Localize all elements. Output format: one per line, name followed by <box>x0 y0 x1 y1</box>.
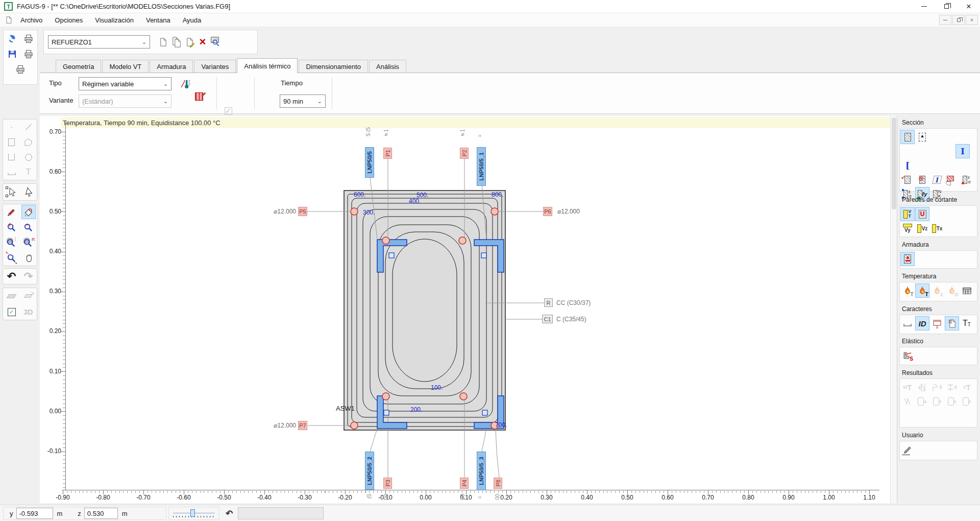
minimize-button[interactable] <box>913 0 935 13</box>
redo-icon[interactable]: ↷ <box>22 270 35 283</box>
section-ibeam-icon[interactable]: I <box>956 145 969 158</box>
print-icon[interactable] <box>22 32 35 45</box>
char-report-icon[interactable] <box>945 317 959 330</box>
slider-handle[interactable] <box>190 509 195 517</box>
tag-p7[interactable]: P7 <box>298 421 307 430</box>
zoom-window-icon[interactable]: ⋮ <box>5 236 18 249</box>
save-icon[interactable] <box>6 48 19 61</box>
restore-button[interactable] <box>935 0 958 13</box>
menu-opciones[interactable]: Opciones <box>48 13 89 27</box>
select-nodes-icon[interactable] <box>5 185 18 199</box>
tag-p1[interactable]: P1 <box>383 148 392 159</box>
zoom-previous-icon[interactable]: R <box>22 236 35 249</box>
scrollbar-thumb[interactable] <box>892 117 896 209</box>
zoom-in-icon[interactable]: + <box>5 221 18 234</box>
new-section-icon[interactable] <box>156 35 169 49</box>
tab-modelo-vt[interactable]: Modelo VT <box>102 60 149 73</box>
tab-armadura[interactable]: Armadura <box>150 60 193 73</box>
polygon-tool-icon[interactable] <box>22 135 35 149</box>
tag-lnp50-5-3[interactable]: LNP50/5_3 <box>477 452 486 490</box>
circle-tool-icon[interactable] <box>22 151 35 164</box>
section-hatch-icon[interactable] <box>901 130 914 144</box>
print-export-icon[interactable] <box>14 63 27 76</box>
tag-p6[interactable]: P6 <box>543 207 552 216</box>
tab-analisis[interactable]: Análisis <box>369 60 406 73</box>
menu-visualizacion[interactable]: Visualización <box>89 13 140 27</box>
char-id-icon[interactable]: ID <box>916 317 929 330</box>
section-channel-icon[interactable]: [ <box>901 159 914 172</box>
close-button[interactable]: × <box>958 0 980 13</box>
wall-vz-icon[interactable]: Vz <box>916 222 929 235</box>
z-coordinate-input[interactable]: 0.530 <box>84 508 118 519</box>
rebar-display-icon[interactable] <box>901 252 914 266</box>
edit-pencil-icon[interactable] <box>5 205 18 219</box>
mdi-close-button[interactable]: × <box>966 15 978 25</box>
rename-section-icon[interactable] <box>183 35 196 49</box>
canvas-vertical-scrollbar[interactable] <box>890 116 897 503</box>
wall-vt-icon[interactable]: VT <box>901 207 914 221</box>
temperature-table-icon[interactable] <box>960 284 973 297</box>
line-tool-icon[interactable] <box>22 121 35 134</box>
section-move-icon[interactable]: ↙ <box>901 173 914 186</box>
tag-lnp50-5[interactable]: LNP50/5 <box>365 147 374 178</box>
fire-temperature-icon[interactable]: T <box>916 284 929 297</box>
open-polygon-tool-icon[interactable] <box>5 151 18 164</box>
zoom-out-icon[interactable]: − <box>22 221 35 234</box>
menu-ventana[interactable]: Ventana <box>140 13 177 27</box>
three-d-view-icon[interactable]: 3D <box>22 305 35 319</box>
zoom-extents-icon[interactable]: ↖↘ <box>5 251 18 265</box>
tab-variantes[interactable]: Variantes <box>194 60 236 73</box>
tab-geometria[interactable]: Geometría <box>56 60 101 73</box>
thermal-curve-icon[interactable] <box>179 78 192 91</box>
tag-p2[interactable]: P2 <box>460 148 469 159</box>
undo-icon[interactable]: ↶ <box>5 270 18 283</box>
char-dimension-icon[interactable] <box>901 317 914 330</box>
tag-p8[interactable]: P8 <box>494 478 502 489</box>
text-tool-icon[interactable]: T <box>22 165 35 179</box>
browse-section-icon[interactable] <box>209 35 223 49</box>
wall-vy-icon[interactable]: Vy <box>901 222 914 235</box>
section-drawing[interactable] <box>40 116 890 503</box>
rectangle-tool-icon[interactable] <box>5 135 18 149</box>
point-tool-icon[interactable]: · <box>5 121 18 134</box>
y-coordinate-input[interactable]: -0.593 <box>16 508 53 519</box>
status-undo-icon[interactable]: ↶ <box>223 507 236 520</box>
wall-tx-icon[interactable]: Tx <box>930 222 944 235</box>
menu-ayuda[interactable]: Ayuda <box>177 13 208 27</box>
user-annotation-icon[interactable] <box>901 443 914 456</box>
delete-section-icon[interactable]: × <box>196 35 209 49</box>
fire-profile-icon[interactable]: T <box>901 284 914 297</box>
menu-archivo[interactable]: Archivo <box>14 13 48 27</box>
char-font-icon[interactable]: TT <box>960 317 973 330</box>
dimension-tool-icon[interactable] <box>5 165 18 179</box>
pan-hand-icon[interactable] <box>22 251 35 265</box>
drawing-canvas[interactable]: Temperatura, Tiempo 90 min, Equidistance… <box>40 116 890 503</box>
section-combobox[interactable]: REFUERZO1 ⌄ <box>48 35 150 49</box>
tag-lnp50-5-1[interactable]: LNP50/5_1 <box>477 147 486 186</box>
tag-lnp50-5-2[interactable]: LNP50/5_2 <box>365 452 374 490</box>
tag-p4[interactable]: P4 <box>460 478 469 489</box>
section-peel-icon[interactable] <box>945 173 959 186</box>
mdi-restore-button[interactable] <box>952 15 965 25</box>
mdi-minimize-button[interactable] <box>939 15 951 25</box>
variante-combobox[interactable]: (Estándar) ⌄ <box>79 94 172 108</box>
tag-p3[interactable]: P3 <box>383 478 392 489</box>
thermal-section-edit-icon[interactable] <box>194 91 207 104</box>
section-center-icon[interactable]: ⊕ <box>916 173 929 186</box>
display-options-icon[interactable]: ✓ <box>5 305 18 319</box>
tag-c1[interactable]: C1 <box>542 315 553 323</box>
print-page-icon[interactable] <box>22 48 35 61</box>
section-reference-icon[interactable]: ▲ <box>916 130 929 144</box>
wall-u-icon[interactable]: U <box>916 207 929 221</box>
tiempo-combobox[interactable]: 90 min ⌄ <box>280 94 326 108</box>
tag-r[interactable]: R <box>544 298 553 307</box>
copy-section-icon[interactable] <box>169 35 183 49</box>
char-section-dim-icon[interactable] <box>930 317 944 330</box>
elastic-section-icon[interactable]: S <box>901 349 914 362</box>
tab-dimensionamiento[interactable]: Dimensionamiento <box>299 60 368 73</box>
strain-stress-icon[interactable]: εσ <box>960 173 973 186</box>
tipo-combobox[interactable]: Régimen variable ⌄ <box>79 77 172 90</box>
tab-analisis-termico[interactable]: Análisis térmico <box>237 58 298 73</box>
section-skew-icon[interactable]: I <box>930 173 944 186</box>
deselect-icon[interactable] <box>22 185 35 199</box>
